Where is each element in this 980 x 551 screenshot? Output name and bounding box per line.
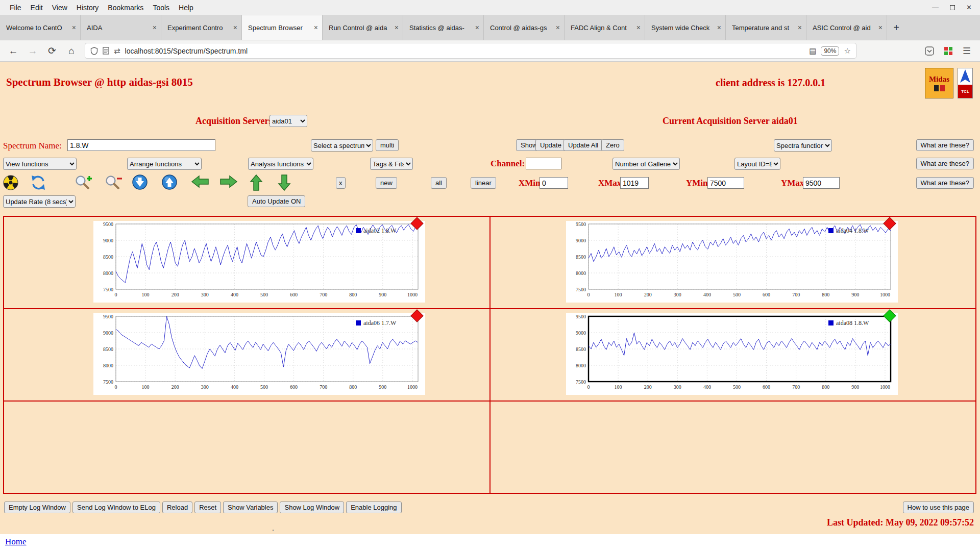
select-spectrum-dropdown[interactable]: Select a spectrum <box>311 139 373 152</box>
y-range-up-icon[interactable] <box>161 174 178 190</box>
tab-fadc-align[interactable]: FADC Align & Cont× <box>565 15 645 40</box>
tab-experiment-control[interactable]: Experiment Contro× <box>161 15 242 40</box>
page-info-icon[interactable] <box>103 47 109 55</box>
pocket-icon[interactable] <box>925 46 934 56</box>
update-rate-dropdown[interactable]: Update Rate (8 secs) <box>3 195 76 208</box>
what-are-these-button-2[interactable]: What are these? <box>916 158 974 169</box>
layout-id-dropdown[interactable]: Layout ID=8 <box>734 158 780 170</box>
spectra-functions-dropdown[interactable]: Spectra functions <box>774 139 832 152</box>
spectrum-chart-aida04[interactable]: 0100200300400500600700800900100075008000… <box>566 221 898 303</box>
maximize-icon[interactable] <box>950 5 955 10</box>
gallery-cell-2[interactable]: 0100200300400500600700800900100075008000… <box>490 216 976 309</box>
spectrum-chart-aida06[interactable]: 0100200300400500600700800900100075008000… <box>93 313 425 395</box>
tab-run-control[interactable]: Run Control @ aida× <box>323 15 403 40</box>
home-link[interactable]: Home <box>5 537 27 547</box>
what-are-these-button-3[interactable]: What are these? <box>916 177 974 189</box>
number-of-galleries-dropdown[interactable]: Number of Galleries <box>612 158 680 170</box>
reset-button[interactable]: Reset <box>194 502 221 513</box>
shield-icon[interactable] <box>90 47 98 55</box>
tab-statistics[interactable]: Statistics @ aidas-× <box>403 15 484 40</box>
y-range-down-icon[interactable] <box>132 174 148 190</box>
shift-down-icon[interactable] <box>277 174 291 191</box>
reader-icon[interactable]: ▤ <box>809 46 816 56</box>
xmax-input[interactable] <box>620 177 649 189</box>
spectrum-name-input[interactable] <box>67 139 215 151</box>
menu-view[interactable]: View <box>47 2 72 13</box>
nuclear-icon[interactable] <box>3 174 19 191</box>
tab-close-icon[interactable]: × <box>556 23 560 32</box>
tab-close-icon[interactable]: × <box>717 23 721 32</box>
menu-history[interactable]: History <box>72 2 104 13</box>
tab-spectrum-browser[interactable]: Spectrum Browser× <box>242 15 323 40</box>
tab-close-icon[interactable]: × <box>72 23 76 32</box>
gallery-cell-5[interactable] <box>4 401 490 493</box>
gallery-cell-1[interactable]: 0100200300400500600700800900100075008000… <box>4 216 490 309</box>
shift-left-icon[interactable] <box>191 174 209 189</box>
auto-update-button[interactable]: Auto Update ON <box>248 195 305 207</box>
tab-aida[interactable]: AIDA× <box>81 15 161 40</box>
new-button[interactable]: new <box>376 177 397 189</box>
tags-fits-dropdown[interactable]: Tags & Fits <box>370 158 413 170</box>
show-variables-button[interactable]: Show Variables <box>223 502 278 513</box>
ymax-input[interactable] <box>803 177 840 189</box>
shift-up-icon[interactable] <box>249 174 263 191</box>
close-icon[interactable]: ✕ <box>966 4 972 11</box>
midas-logo[interactable]: Midas <box>925 68 953 98</box>
multi-button[interactable]: multi <box>376 139 399 151</box>
what-are-these-button-1[interactable]: What are these? <box>916 139 974 151</box>
tcl-logo[interactable]: TCL <box>958 68 973 98</box>
tab-close-icon[interactable]: × <box>395 23 399 32</box>
zoom-out-icon[interactable] <box>104 174 124 190</box>
tab-close-icon[interactable]: × <box>233 23 237 32</box>
send-log-to-elog-button[interactable]: Send Log Window to ELog <box>72 502 160 513</box>
arrange-functions-dropdown[interactable]: Arrange functions <box>127 158 202 170</box>
all-button[interactable]: all <box>431 177 447 189</box>
tab-close-icon[interactable]: × <box>636 23 641 32</box>
zoom-in-icon[interactable] <box>74 174 93 190</box>
tab-welcome[interactable]: Welcome to CentO× <box>0 15 81 40</box>
analysis-functions-dropdown[interactable]: Analysis functions <box>248 158 313 170</box>
x-button[interactable]: x <box>336 177 346 189</box>
tab-temperature[interactable]: Temperature and st× <box>726 15 806 40</box>
tab-close-icon[interactable]: × <box>153 23 157 32</box>
swap-icon[interactable]: ⇄ <box>114 46 120 56</box>
menu-tools[interactable]: Tools <box>148 2 174 13</box>
view-functions-dropdown[interactable]: View functions <box>3 158 77 170</box>
tab-control[interactable]: Control @ aidas-gs× <box>484 15 565 40</box>
tab-system-check[interactable]: System wide Check× <box>645 15 726 40</box>
shift-right-icon[interactable] <box>219 174 238 189</box>
zero-button[interactable]: Zero <box>601 139 624 151</box>
menu-file[interactable]: File <box>5 2 26 13</box>
menu-help[interactable]: Help <box>174 2 198 13</box>
menu-bookmarks[interactable]: Bookmarks <box>103 2 148 13</box>
gallery-cell-3[interactable]: 0100200300400500600700800900100075008000… <box>4 309 490 401</box>
tab-close-icon[interactable]: × <box>475 23 479 32</box>
hamburger-icon[interactable]: ☰ <box>963 45 971 57</box>
tab-close-icon[interactable]: × <box>798 23 802 32</box>
update-all-button[interactable]: Update All <box>564 139 603 151</box>
reload-button[interactable]: Reload <box>162 502 192 513</box>
back-icon[interactable]: ← <box>7 45 19 57</box>
gallery-cell-6[interactable] <box>490 401 976 493</box>
tab-close-icon[interactable]: × <box>878 23 883 32</box>
forward-icon[interactable]: → <box>27 45 39 57</box>
reload-icon[interactable]: ⟳ <box>46 45 58 57</box>
linear-button[interactable]: linear <box>471 177 496 189</box>
url-text[interactable]: localhost:8015/Spectrum/Spectrum.tml <box>125 47 805 55</box>
new-tab-button[interactable]: + <box>887 15 905 40</box>
star-icon[interactable]: ☆ <box>844 46 850 56</box>
spectrum-chart-aida08[interactable]: 0100200300400500600700800900100075008000… <box>566 313 898 395</box>
zoom-level-badge[interactable]: 90% <box>821 46 839 56</box>
channel-input[interactable] <box>526 158 561 169</box>
menu-edit[interactable]: Edit <box>26 2 47 13</box>
refresh-icon[interactable] <box>30 174 47 191</box>
show-log-window-button[interactable]: Show Log Window <box>280 502 344 513</box>
update-button[interactable]: Update <box>535 139 566 151</box>
acquisition-server-select[interactable]: aida01 <box>270 115 307 127</box>
xmin-input[interactable] <box>540 177 568 189</box>
url-bar[interactable]: ⇄ localhost:8015/Spectrum/Spectrum.tml ▤… <box>85 43 856 59</box>
tab-asic-control[interactable]: ASIC Control @ aid× <box>806 15 887 40</box>
extension-icon[interactable] <box>944 47 952 55</box>
how-to-use-button[interactable]: How to use this page <box>903 502 974 513</box>
home-icon[interactable]: ⌂ <box>65 45 78 57</box>
